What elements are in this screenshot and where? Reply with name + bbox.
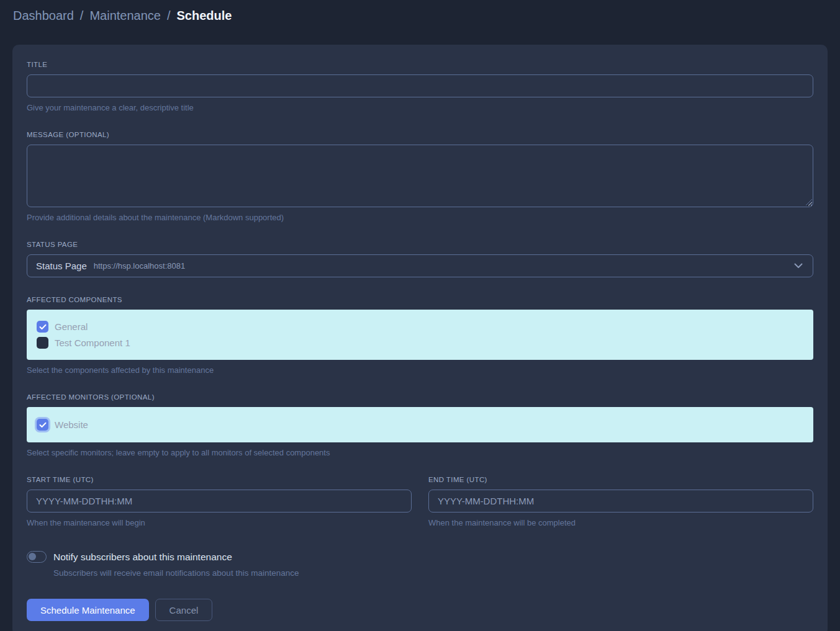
message-textarea[interactable] [27, 145, 813, 207]
breadcrumb-link-maintenance[interactable]: Maintenance [89, 9, 161, 23]
component-option-general[interactable]: General [37, 321, 803, 333]
maintenance-form-card: TITLE Give your maintenance a clear, des… [12, 45, 828, 631]
cancel-button[interactable]: Cancel [155, 599, 213, 621]
status-page-label: STATUS PAGE [27, 241, 813, 248]
component-option-label: General [55, 321, 88, 332]
start-time-field-group: START TIME (UTC) When the maintenance wi… [27, 476, 412, 527]
component-option-label: Test Component 1 [55, 338, 130, 348]
notify-subscribers-group: Notify subscribers about this maintenanc… [27, 551, 813, 578]
check-icon [39, 324, 47, 330]
checkbox-test-component-1[interactable] [37, 337, 48, 349]
affected-monitors-helper: Select specific monitors; leave empty to… [27, 448, 813, 457]
start-time-input[interactable] [27, 490, 412, 512]
breadcrumb-separator: / [80, 9, 84, 23]
checkbox-website[interactable] [37, 419, 48, 431]
form-actions-row: Schedule Maintenance Cancel [27, 599, 813, 621]
breadcrumb-link-dashboard[interactable]: Dashboard [13, 9, 74, 23]
checkbox-general[interactable] [37, 321, 48, 333]
title-field-group: TITLE Give your maintenance a clear, des… [27, 61, 813, 112]
end-time-input[interactable] [428, 490, 813, 512]
notify-helper: Subscribers will receive email notificat… [53, 568, 813, 578]
start-time-helper: When the maintenance will begin [27, 518, 412, 527]
status-page-select[interactable]: Status Page https://hsp.localhost:8081 [27, 254, 813, 277]
message-label: MESSAGE (OPTIONAL) [27, 131, 813, 138]
check-icon [39, 422, 47, 428]
start-time-label: START TIME (UTC) [27, 476, 412, 483]
end-time-helper: When the maintenance will be completed [428, 518, 813, 527]
components-panel: General Test Component 1 [27, 310, 813, 360]
end-time-label: END TIME (UTC) [428, 476, 813, 483]
breadcrumb: Dashboard / Maintenance / Schedule [13, 9, 232, 23]
schedule-maintenance-button[interactable]: Schedule Maintenance [27, 599, 149, 621]
breadcrumb-separator: / [167, 9, 171, 23]
monitors-panel: Website [27, 407, 813, 442]
affected-components-label: AFFECTED COMPONENTS [27, 296, 813, 303]
affected-monitors-label: AFFECTED MONITORS (OPTIONAL) [27, 393, 813, 401]
status-page-selected-name: Status Page [36, 261, 87, 271]
affected-components-group: AFFECTED COMPONENTS General Test Compone… [27, 296, 813, 375]
component-option-test-component-1[interactable]: Test Component 1 [37, 337, 803, 349]
monitor-option-label: Website [55, 419, 88, 430]
title-helper: Give your maintenance a clear, descripti… [27, 103, 813, 112]
notify-toggle-label: Notify subscribers about this maintenanc… [53, 552, 232, 563]
end-time-field-group: END TIME (UTC) When the maintenance will… [428, 476, 813, 527]
notify-toggle[interactable] [27, 551, 47, 563]
toggle-knob-icon [29, 553, 36, 560]
title-input[interactable] [27, 74, 813, 97]
top-header: Dashboard / Maintenance / Schedule [0, 0, 840, 31]
status-page-field-group: STATUS PAGE Status Page https://hsp.loca… [27, 241, 813, 277]
time-fields-row: START TIME (UTC) When the maintenance wi… [27, 476, 813, 527]
status-page-selected-url: https://hsp.localhost:8081 [94, 261, 185, 271]
monitor-option-website[interactable]: Website [37, 419, 803, 431]
affected-components-helper: Select the components affected by this m… [27, 365, 813, 375]
message-field-group: MESSAGE (OPTIONAL) Provide additional de… [27, 131, 813, 222]
affected-monitors-group: AFFECTED MONITORS (OPTIONAL) Website Sel… [27, 393, 813, 457]
message-helper: Provide additional details about the mai… [27, 213, 813, 222]
title-label: TITLE [27, 61, 813, 68]
chevron-down-icon [794, 263, 803, 269]
breadcrumb-current-page: Schedule [177, 9, 232, 23]
